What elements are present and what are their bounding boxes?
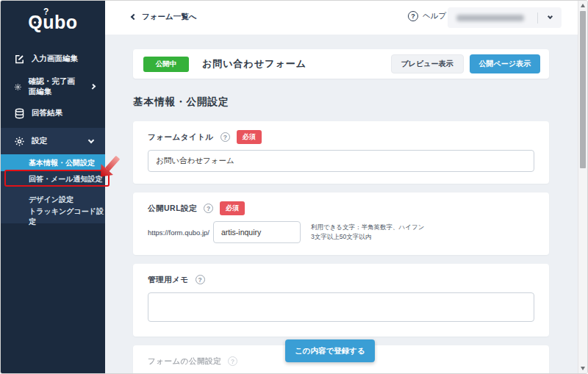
sidebar-subitem-label: トラッキングコード設定 bbox=[29, 206, 105, 227]
url-slug-input[interactable] bbox=[213, 221, 301, 243]
publish-settings-label: フォームの公開設定 bbox=[148, 356, 221, 367]
section-title: 基本情報・公開設定 bbox=[133, 96, 549, 109]
required-badge: 必須 bbox=[237, 130, 262, 144]
database-icon bbox=[14, 108, 25, 119]
sidebar-subitem-basic-info-publish-settings[interactable]: 基本情報・公開設定 bbox=[1, 154, 105, 171]
url-usage-note: 利用できる文字：半角英数字、ハイフン 3文字以上50文字以内 bbox=[311, 223, 424, 242]
question-circle-icon[interactable]: ? bbox=[220, 132, 230, 142]
qubo-logo-eye bbox=[34, 21, 36, 24]
sidebar-item-settings[interactable]: 設定 bbox=[1, 128, 105, 154]
help-link[interactable]: ? ヘルプ bbox=[408, 11, 446, 21]
back-to-form-list-link[interactable]: フォーム一覧へ bbox=[132, 12, 196, 22]
sidebar-settings-group: 設定 基本情報・公開設定 回答・メール通知設定 デザイン設定 トラッキングコード… bbox=[1, 128, 105, 223]
edit-icon bbox=[14, 54, 25, 65]
question-circle-icon: ? bbox=[408, 11, 418, 21]
scrollbar-thumb[interactable] bbox=[580, 11, 586, 168]
scrollbar-up-arrow-icon[interactable] bbox=[581, 4, 585, 7]
sidebar-subitem-label: デザイン設定 bbox=[29, 195, 74, 205]
sidebar: Qubo ? 入力画面編集 確認・完了画面編集 回答結果 bbox=[1, 1, 105, 373]
form-title: お問い合わせフォーム bbox=[202, 57, 306, 71]
chevron-right-icon bbox=[90, 84, 96, 90]
chevron-down-icon bbox=[547, 14, 552, 19]
admin-memo-card: 管理用メモ ? bbox=[133, 264, 549, 337]
chevron-down-icon bbox=[88, 137, 94, 143]
sidebar-item-label: 確認・完了画面編集 bbox=[29, 76, 78, 97]
required-badge: 必須 bbox=[220, 201, 245, 215]
app-window: Qubo ? 入力画面編集 確認・完了画面編集 回答結果 bbox=[0, 0, 588, 374]
question-circle-icon[interactable]: ? bbox=[228, 356, 237, 366]
user-email-blurred bbox=[456, 15, 524, 21]
sidebar-item-label: 入力画面編集 bbox=[32, 54, 78, 64]
sidebar-item-input-screen-edit[interactable]: 入力画面編集 bbox=[1, 51, 105, 67]
qubo-logo-question-mark: ? bbox=[43, 7, 49, 17]
help-label: ヘルプ bbox=[423, 11, 446, 21]
main-content: 公開中 お問い合わせフォーム プレビュー表示 公開ページ表示 基本情報・公開設定… bbox=[105, 35, 578, 374]
chevron-left-icon bbox=[131, 14, 137, 20]
sidebar-subitem-label: 基本情報・公開設定 bbox=[29, 158, 95, 168]
topbar: フォーム一覧へ ? ヘルプ bbox=[105, 1, 578, 35]
submit-button[interactable]: この内容で登録する bbox=[285, 339, 375, 362]
gear-icon bbox=[14, 82, 22, 93]
sidebar-subitem-answer-mail-notification-settings[interactable]: 回答・メール通知設定 bbox=[1, 171, 105, 187]
scrollbar-down-arrow-icon[interactable] bbox=[581, 367, 585, 370]
sidebar-item-label: 回答結果 bbox=[32, 108, 62, 118]
url-prefix: https://form.qubo.jp/ bbox=[148, 229, 209, 237]
form-title-input[interactable] bbox=[148, 150, 534, 172]
sidebar-subitem-label: 回答・メール通知設定 bbox=[29, 174, 102, 184]
back-link-label: フォーム一覧へ bbox=[142, 12, 196, 22]
sidebar-item-answer-results[interactable]: 回答結果 bbox=[1, 105, 105, 121]
form-title-card: フォームタイトル ? 必須 bbox=[133, 121, 549, 184]
sidebar-item-confirm-complete-edit[interactable]: 確認・完了画面編集 bbox=[1, 79, 105, 95]
vertical-scrollbar bbox=[578, 1, 587, 373]
preview-button[interactable]: プレビュー表示 bbox=[391, 54, 464, 73]
publish-page-button[interactable]: 公開ページ表示 bbox=[470, 54, 540, 73]
gear-icon bbox=[14, 136, 25, 147]
form-title-label: フォームタイトル bbox=[148, 132, 214, 143]
question-circle-icon[interactable]: ? bbox=[196, 275, 205, 284]
qubo-logo[interactable]: Qubo ? bbox=[1, 12, 105, 38]
account-dropdown[interactable] bbox=[448, 7, 562, 28]
sidebar-subitem-tracking-code-settings[interactable]: トラッキングコード設定 bbox=[1, 209, 105, 225]
form-header-card: 公開中 お問い合わせフォーム プレビュー表示 公開ページ表示 bbox=[133, 49, 549, 79]
public-url-card: 公開URL設定 ? 必須 https://form.qubo.jp/ 利用できる… bbox=[133, 193, 549, 255]
public-url-label: 公開URL設定 bbox=[148, 204, 197, 214]
admin-memo-textarea[interactable] bbox=[148, 292, 534, 322]
status-badge: 公開中 bbox=[143, 57, 189, 72]
admin-memo-label: 管理用メモ bbox=[148, 275, 189, 285]
question-circle-icon[interactable]: ? bbox=[204, 204, 213, 213]
qubo-logo-eye bbox=[38, 21, 40, 24]
sidebar-item-label: 設定 bbox=[32, 136, 47, 146]
